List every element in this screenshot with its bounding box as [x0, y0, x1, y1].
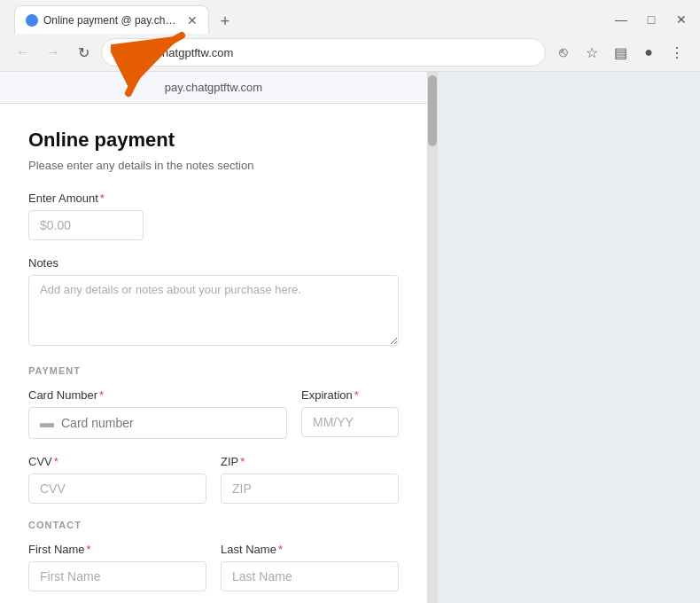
scrollbar-track[interactable] — [427, 72, 438, 603]
notes-textarea[interactable] — [28, 275, 399, 346]
last-name-group: Last Name* — [221, 543, 399, 591]
card-input-wrapper[interactable]: ▬ — [28, 407, 287, 439]
expiry-required: * — [354, 388, 359, 402]
first-name-required: * — [87, 543, 91, 556]
browser-window: Online payment @ pay.chatgptf... ✕ + — □… — [0, 0, 700, 603]
first-name-label: First Name* — [28, 543, 206, 556]
cvv-input[interactable] — [28, 474, 206, 504]
profile-button[interactable]: ● — [636, 40, 661, 65]
address-bar[interactable]: 🔒 pay.chatgptftw.com — [101, 38, 546, 67]
card-number-input[interactable] — [61, 416, 276, 430]
url-text: pay.chatgptftw.com — [136, 46, 533, 59]
cvv-zip-row: CVV* ZIP* — [28, 455, 399, 504]
zip-required: * — [240, 455, 245, 468]
nav-actions: ⎋ ☆ ▤ ● ⋮ — [551, 40, 689, 65]
name-row: First Name* Last Name* — [28, 543, 399, 591]
cvv-required: * — [54, 455, 58, 468]
lock-icon: 🔒 — [114, 46, 128, 59]
first-name-group: First Name* — [28, 543, 206, 591]
reader-view-button[interactable]: ▤ — [608, 40, 633, 65]
maximize-button[interactable]: □ — [640, 8, 663, 31]
notes-group: Notes — [28, 256, 399, 349]
window-controls: — □ ✕ — [610, 8, 693, 31]
tab-title: Online payment @ pay.chatgptf... — [43, 14, 182, 27]
close-button[interactable]: ✕ — [670, 8, 693, 31]
reload-button[interactable]: ↻ — [71, 40, 96, 65]
expiration-group: Expiration* — [301, 388, 399, 439]
scrollbar-thumb[interactable] — [428, 75, 437, 146]
browser-chrome: Online payment @ pay.chatgptf... ✕ + — □… — [0, 0, 700, 72]
form-container: Online payment Please enter any details … — [0, 104, 427, 603]
menu-button[interactable]: ⋮ — [665, 40, 689, 65]
expiration-input[interactable] — [301, 407, 399, 437]
first-name-input[interactable] — [28, 561, 206, 591]
zip-group: ZIP* — [221, 455, 399, 504]
title-bar: Online payment @ pay.chatgptf... ✕ + — □… — [0, 0, 700, 34]
last-name-required: * — [278, 543, 283, 556]
back-button[interactable]: ← — [11, 40, 35, 65]
expiration-label: Expiration* — [301, 388, 399, 402]
page-wrapper: pay.chatgptftw.com GPT Online payment Pl… — [0, 72, 700, 603]
contact-section-label: CONTACT — [28, 520, 399, 530]
new-tab-button[interactable]: + — [213, 9, 237, 34]
page-background: pay.chatgptftw.com GPT Online payment Pl… — [0, 72, 427, 603]
card-number-label: Card Number* — [28, 388, 287, 402]
bookmark-button[interactable]: ☆ — [579, 40, 604, 65]
amount-group: Enter Amount* — [28, 192, 399, 240]
notes-label: Notes — [28, 256, 399, 270]
site-header: pay.chatgptftw.com — [0, 72, 427, 104]
site-domain: pay.chatgptftw.com — [165, 81, 262, 94]
zip-label: ZIP* — [221, 455, 399, 468]
payment-section-label: PAYMENT — [28, 365, 399, 376]
last-name-label: Last Name* — [221, 543, 399, 556]
minimize-button[interactable]: — — [610, 8, 633, 31]
nav-bar: ← → ↻ 🔒 pay.chatgptftw.com ⎋ ☆ ▤ ● ⋮ — [0, 34, 700, 71]
forward-button[interactable]: → — [41, 40, 66, 65]
card-number-group: Card Number* ▬ — [28, 388, 287, 439]
share-button[interactable]: ⎋ — [551, 40, 576, 65]
active-tab[interactable]: Online payment @ pay.chatgptf... ✕ — [14, 5, 209, 34]
amount-required: * — [100, 192, 105, 205]
cvv-group: CVV* — [28, 455, 206, 504]
card-icon: ▬ — [40, 415, 54, 431]
tab-bar: Online payment @ pay.chatgptf... ✕ + — [7, 5, 245, 34]
card-expiry-row: Card Number* ▬ Expiration* — [28, 388, 399, 439]
card-required: * — [99, 388, 104, 402]
cvv-label: CVV* — [28, 455, 206, 468]
last-name-input[interactable] — [221, 561, 399, 591]
tab-favicon — [26, 14, 38, 27]
tab-close-button[interactable]: ✕ — [187, 13, 198, 27]
page-subtitle: Please enter any details in the notes se… — [28, 159, 399, 172]
amount-label: Enter Amount* — [28, 192, 399, 205]
amount-input[interactable] — [28, 210, 144, 240]
page-title: Online payment — [28, 129, 399, 152]
zip-input[interactable] — [221, 474, 399, 504]
